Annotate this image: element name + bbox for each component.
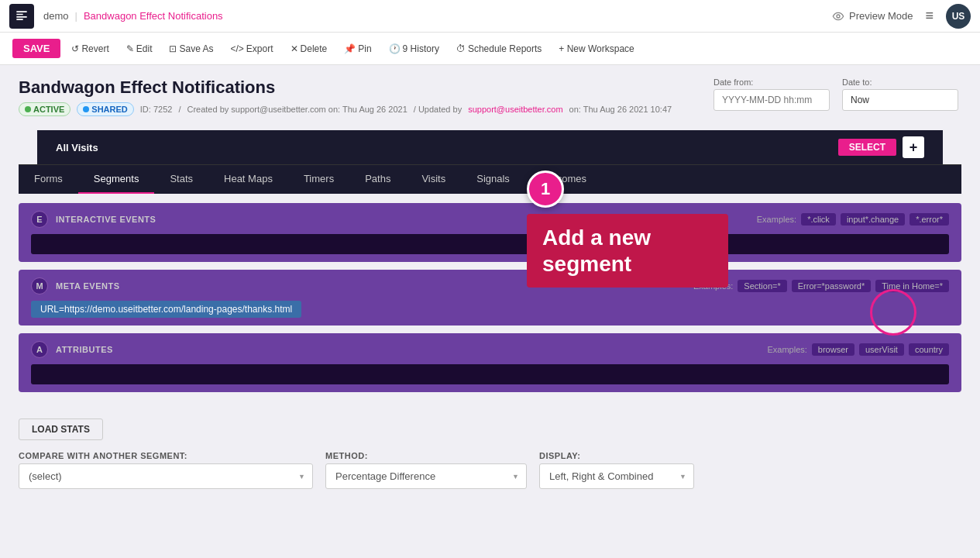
nav-page-title: Bandwagon Effect Notifications — [84, 10, 223, 22]
compare-segment-group: COMPARE WITH ANOTHER SEGMENT: (select) — [19, 451, 313, 489]
all-visits-title: All Visits — [56, 142, 98, 153]
tab-stats[interactable]: Stats — [154, 165, 208, 194]
example-tag: Section=* — [738, 280, 786, 292]
example-tag: browser — [812, 343, 854, 356]
method-label: METHOD: — [325, 451, 527, 460]
segment-label: ATTRIBUTES — [56, 345, 767, 354]
tab-heat-maps[interactable]: Heat Maps — [208, 165, 288, 194]
hamburger-menu[interactable]: ≡ — [925, 8, 934, 24]
nav-demo-label[interactable]: demo — [43, 10, 69, 22]
top-navbar: demo | Bandwagon Effect Notifications Pr… — [0, 0, 980, 33]
meta-updated: / Updated by — [414, 105, 462, 114]
nav-separator: | — [75, 10, 77, 22]
example-tag: *.click — [801, 213, 836, 226]
compare-row: COMPARE WITH ANOTHER SEGMENT: (select) M… — [19, 451, 961, 489]
shared-badge: SHARED — [77, 102, 133, 116]
schedule-icon: ⏱ — [456, 43, 466, 54]
meta-separator: / — [178, 105, 181, 114]
date-row: Date from: Date to: — [714, 78, 958, 111]
bottom-section: LOAD STATS COMPARE WITH ANOTHER SEGMENT:… — [19, 409, 961, 498]
meta-id: ID: 7252 — [140, 105, 173, 114]
active-badge: ACTIVE — [19, 102, 70, 116]
examples-label: Examples: — [757, 215, 796, 224]
meta-created: Created by support@useitbetter.com on: T… — [187, 105, 407, 114]
segment-examples: Examples: *.clickinput*.change*.error* — [757, 213, 949, 226]
new-workspace-label: + New Workspace — [559, 43, 634, 54]
edit-button[interactable]: ✎ Edit — [120, 40, 159, 57]
date-from-input[interactable] — [714, 89, 830, 111]
method-group: METHOD: Percentage Difference Absolute D… — [325, 451, 527, 489]
display-group: DISPLAY: Left, Right & Combined Left Onl… — [539, 451, 694, 489]
preview-mode-toggle[interactable]: Preview Mode — [832, 10, 913, 22]
schedule-reports-button[interactable]: ⏱ Schedule Reports — [450, 40, 548, 57]
page-title: Bandwagon Effect Notifications — [19, 78, 714, 98]
segment-input[interactable] — [31, 234, 949, 254]
user-initials: US — [952, 11, 965, 22]
save-as-button[interactable]: ⊡ Save As — [163, 40, 219, 57]
compare-segment-select[interactable]: (select) — [19, 463, 313, 489]
export-icon: </> — [231, 43, 244, 54]
meta-updated-on: on: Thu Aug 26 2021 10:47 — [569, 105, 672, 114]
segment-examples: Examples: browseruserVisitcountry — [767, 343, 949, 356]
pin-button[interactable]: 📌 Pin — [338, 40, 377, 57]
method-select[interactable]: Percentage Difference Absolute Differenc… — [325, 463, 527, 489]
load-stats-button[interactable]: LOAD STATS — [19, 418, 103, 440]
example-tag: country — [909, 343, 949, 356]
date-to-group: Date to: — [842, 78, 958, 111]
delete-button[interactable]: ✕ Delete — [284, 40, 334, 57]
segment-input[interactable] — [31, 364, 949, 384]
segment-badge: M — [31, 277, 48, 294]
svg-point-0 — [837, 15, 840, 18]
example-tag: *.error* — [910, 213, 949, 226]
display-label: DISPLAY: — [539, 451, 694, 460]
user-avatar[interactable]: US — [946, 4, 971, 29]
segment-input-row — [31, 234, 949, 254]
tab-signals[interactable]: Signals — [461, 165, 525, 194]
date-from-group: Date from: — [714, 78, 830, 111]
new-workspace-button[interactable]: + New Workspace — [552, 40, 640, 57]
export-label: Export — [246, 43, 273, 54]
schedule-label: Schedule Reports — [468, 43, 542, 54]
history-button[interactable]: 🕐 9 History — [383, 40, 445, 57]
segment-value-tag[interactable]: URL=https://demo.useitbetter.com/landing… — [31, 301, 301, 318]
compare-select-wrapper: (select) — [19, 463, 313, 489]
edit-icon: ✎ — [126, 43, 134, 54]
method-select-wrapper: Percentage Difference Absolute Differenc… — [325, 463, 527, 489]
history-icon: 🕐 — [389, 43, 401, 54]
header-left: Bandwagon Effect Notifications ACTIVE SH… — [19, 78, 714, 121]
tab-timers[interactable]: Timers — [288, 165, 349, 194]
tab-visits[interactable]: Visits — [406, 165, 461, 194]
meta-updated-email: support@useitbetter.com — [468, 105, 562, 114]
toolbar: SAVE ↺ Revert ✎ Edit ⊡ Save As </> Expor… — [0, 33, 980, 65]
tabs-row: FormsSegmentsStatsHeat MapsTimersPathsVi… — [19, 164, 961, 194]
segment-input-row — [31, 364, 949, 384]
revert-button[interactable]: ↺ Revert — [65, 40, 115, 57]
tutorial-box: Add a new segment — [527, 214, 728, 288]
tab-forms[interactable]: Forms — [19, 165, 78, 194]
tab-segments[interactable]: Segments — [78, 165, 155, 194]
select-button[interactable]: SELECT — [838, 139, 896, 156]
preview-mode-label: Preview Mode — [849, 10, 913, 22]
examples-label: Examples: — [767, 345, 806, 354]
history-label: 9 History — [403, 43, 439, 54]
segment-input-row: URL=https://demo.useitbetter.com/landing… — [31, 301, 949, 318]
revert-icon: ↺ — [71, 43, 79, 54]
segment-examples: Examples: Section=*Error=*password*Time … — [693, 280, 949, 292]
save-button[interactable]: SAVE — [12, 39, 60, 58]
example-tag: Error=*password* — [792, 280, 872, 292]
export-button[interactable]: </> Export — [225, 40, 280, 57]
delete-icon: ✕ — [291, 43, 298, 54]
segment-badge: A — [31, 341, 48, 358]
add-segment-button[interactable]: + — [903, 136, 924, 158]
segment-row-a: A ATTRIBUTES Examples: browseruserVisitc… — [19, 333, 961, 392]
tutorial-number: 1 — [527, 170, 564, 208]
save-as-label: Save As — [179, 43, 213, 54]
segment-row-e: E INTERACTIVE EVENTS Examples: *.clickin… — [19, 203, 961, 262]
segments-content: E INTERACTIVE EVENTS Examples: *.clickin… — [19, 194, 961, 409]
date-to-input[interactable] — [842, 89, 958, 111]
tab-paths[interactable]: Paths — [349, 165, 406, 194]
display-select[interactable]: Left, Right & Combined Left Only Right O… — [539, 463, 694, 489]
bar-right: SELECT + — [838, 136, 924, 158]
save-as-icon: ⊡ — [169, 43, 177, 54]
logo[interactable] — [9, 4, 34, 29]
